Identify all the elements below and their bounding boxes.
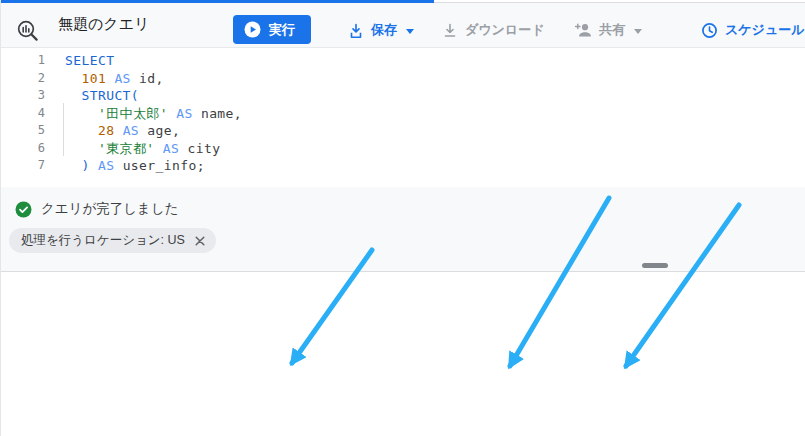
code-token bbox=[168, 106, 176, 121]
schedule-button-label: スケジュール bbox=[725, 21, 805, 39]
query-title: 無題のクエリ bbox=[58, 14, 149, 34]
code-lines: 1SELECT2 101 AS id,3 STRUCT(4 '田中太郎' AS … bbox=[1, 52, 805, 175]
code-token: user_info; bbox=[114, 158, 205, 173]
code-text: 28 AS age, bbox=[65, 122, 180, 140]
code-line[interactable]: 4 '田中太郎' AS name, bbox=[1, 105, 805, 123]
status-message: クエリが完了しました bbox=[41, 200, 179, 218]
person-add-icon bbox=[573, 21, 592, 39]
download-button-label: ダウンロード bbox=[465, 21, 545, 39]
schedule-button[interactable]: スケジュール bbox=[701, 19, 805, 41]
close-icon[interactable] bbox=[194, 235, 206, 247]
download-button[interactable]: ダウンロード bbox=[442, 19, 545, 41]
code-token bbox=[155, 141, 163, 156]
line-number: 4 bbox=[1, 105, 52, 123]
code-line[interactable]: 1SELECT bbox=[1, 52, 805, 70]
code-token bbox=[65, 106, 98, 121]
code-token bbox=[114, 123, 122, 138]
code-text: STRUCT( bbox=[65, 87, 139, 105]
code-line[interactable]: 2 101 AS id, bbox=[1, 70, 805, 88]
code-token: SELECT bbox=[65, 53, 114, 68]
save-button-label: 保存 bbox=[371, 21, 397, 39]
line-number: 5 bbox=[1, 122, 52, 140]
code-token: '田中太郎' bbox=[98, 106, 168, 121]
line-number: 1 bbox=[1, 52, 52, 70]
line-number: 6 bbox=[1, 140, 52, 158]
code-text: 101 AS id, bbox=[65, 70, 164, 88]
code-text: '東京都' AS city bbox=[65, 140, 220, 158]
code-token: ) bbox=[81, 158, 89, 173]
code-token: '東京都' bbox=[98, 141, 155, 156]
save-button[interactable]: 保存 bbox=[348, 19, 414, 41]
code-text: ) AS user_info; bbox=[65, 157, 205, 175]
code-text: '田中太郎' AS name, bbox=[65, 105, 242, 123]
code-token bbox=[65, 88, 81, 103]
code-token: age, bbox=[139, 123, 180, 138]
code-token: city bbox=[179, 141, 220, 156]
code-line[interactable]: 5 28 AS age, bbox=[1, 122, 805, 140]
panel-resize-handle[interactable] bbox=[642, 263, 668, 268]
code-token: AS bbox=[98, 158, 114, 173]
indent-guide bbox=[63, 103, 64, 156]
code-token: AS bbox=[123, 123, 139, 138]
share-button[interactable]: 共有 bbox=[573, 19, 642, 41]
code-token: AS bbox=[176, 106, 192, 121]
code-token bbox=[65, 123, 98, 138]
line-number: 7 bbox=[1, 157, 52, 175]
success-check-icon bbox=[15, 201, 32, 218]
query-toolbar: 無題のクエリ 実行 保存 bbox=[1, 3, 805, 48]
code-line[interactable]: 7 ) AS user_info; bbox=[1, 157, 805, 175]
bigquery-query-editor: 無題のクエリ 実行 保存 bbox=[0, 0, 805, 436]
run-button-label: 実行 bbox=[269, 21, 295, 39]
run-button[interactable]: 実行 bbox=[233, 15, 311, 44]
clock-icon bbox=[701, 22, 718, 39]
line-number: 2 bbox=[1, 70, 52, 88]
code-token: AS bbox=[114, 71, 130, 86]
download-icon bbox=[442, 22, 458, 39]
code-line[interactable]: 3 STRUCT( bbox=[1, 87, 805, 105]
code-token: 101 bbox=[81, 71, 106, 86]
code-token: name, bbox=[193, 106, 242, 121]
code-text: SELECT bbox=[65, 52, 114, 70]
query-results-panel: クエリ結果 ジョブ情報結果可視化JSON実行の詳細実行グラフ 行iduser_i… bbox=[1, 272, 805, 436]
status-row: クエリが完了しました bbox=[15, 200, 179, 218]
code-token: AS bbox=[163, 141, 179, 156]
chevron-down-icon bbox=[634, 29, 642, 34]
location-chip-label: 処理を行うロケーション: US bbox=[21, 232, 185, 249]
query-status-band: クエリが完了しました 処理を行うロケーション: US bbox=[1, 187, 805, 272]
code-token bbox=[65, 141, 98, 156]
share-button-label: 共有 bbox=[599, 21, 625, 39]
play-circle-icon bbox=[244, 21, 261, 38]
code-token bbox=[65, 158, 81, 173]
code-token: STRUCT( bbox=[81, 88, 139, 103]
code-token bbox=[65, 71, 81, 86]
location-chip[interactable]: 処理を行うロケーション: US bbox=[9, 228, 216, 253]
code-token: 28 bbox=[98, 123, 114, 138]
sql-editor[interactable]: 1SELECT2 101 AS id,3 STRUCT(4 '田中太郎' AS … bbox=[1, 48, 805, 191]
query-magnifier-icon bbox=[15, 18, 41, 48]
chevron-down-icon bbox=[406, 29, 414, 34]
line-number: 3 bbox=[1, 87, 52, 105]
save-icon bbox=[348, 22, 364, 39]
code-token bbox=[90, 158, 98, 173]
code-token: id, bbox=[131, 71, 164, 86]
code-line[interactable]: 6 '東京都' AS city bbox=[1, 140, 805, 158]
